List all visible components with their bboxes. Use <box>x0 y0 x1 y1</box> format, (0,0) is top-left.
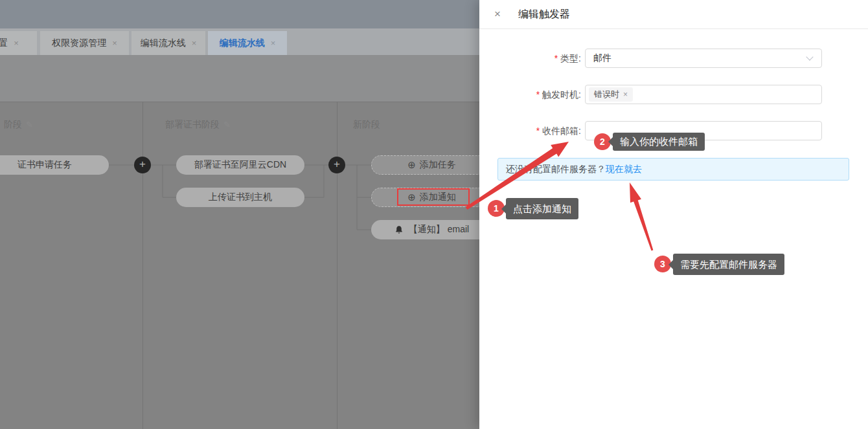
edit-stage-icon[interactable]: ✎ <box>223 120 231 129</box>
type-label-text: 类型: <box>560 53 581 63</box>
top-header-bar <box>0 0 479 28</box>
add-circle-icon: ⊕ <box>407 192 416 203</box>
close-icon[interactable]: × <box>494 8 501 21</box>
task-node-label: 上传证书到主机 <box>209 192 272 203</box>
chevron-down-icon <box>806 53 813 60</box>
task-node-label: 证书申请任务 <box>17 159 72 171</box>
app-root: 设置 × 权限资源管理 × 编辑流水线 × 编辑流水线 × <box>0 0 868 429</box>
stage-title-text: 阶段 <box>4 119 22 129</box>
mail-server-alert: 还没有配置邮件服务器？现在就去 <box>497 158 849 181</box>
add-task-button[interactable]: ⊕ 添加任务 <box>371 155 479 175</box>
required-mark: * <box>536 89 540 100</box>
add-notify-label: 添加通知 <box>420 192 456 203</box>
trigger-time-input[interactable]: 错误时 × <box>585 85 822 104</box>
recipient-label: *收件邮箱: <box>479 121 581 140</box>
required-mark: * <box>536 126 540 136</box>
stage-divider <box>337 102 337 429</box>
task-node-label: 部署证书至阿里云CDN <box>194 159 286 171</box>
alert-text: 还没有配置邮件服务器？ <box>506 164 606 174</box>
tab-label: 编辑流水线 <box>220 38 265 49</box>
trigger-time-label-text: 触发时机: <box>542 89 581 100</box>
edit-stage-icon[interactable]: ✎ <box>26 120 33 129</box>
stage-title-1: 阶段✎ <box>4 119 33 131</box>
tab-close-icon[interactable]: × <box>271 38 276 48</box>
drawer-title: 编辑触发器 <box>518 8 570 21</box>
recipient-label-text: 收件邮箱: <box>542 126 581 136</box>
tab-bar: 设置 × 权限资源管理 × 编辑流水线 × 编辑流水线 × <box>0 28 479 55</box>
task-node-cert-request[interactable]: 证书申请任务 <box>0 155 109 175</box>
trigger-time-tag: 错误时 × <box>589 87 633 102</box>
tab-label: 编辑流水线 <box>141 38 186 49</box>
required-mark: * <box>554 53 558 63</box>
tab-settings[interactable]: 设置 × <box>0 31 37 55</box>
step-tooltip-1: 点击添加通知 <box>506 198 578 219</box>
pipeline-canvas <box>0 102 479 429</box>
tag-close-icon[interactable]: × <box>623 90 628 99</box>
tab-label: 设置 <box>0 38 8 49</box>
stage-title-text: 部署证书阶段 <box>165 119 220 129</box>
tab-permission-resource[interactable]: 权限资源管理 × <box>40 31 129 55</box>
add-notify-button[interactable]: ⊕ 添加通知 <box>371 188 479 207</box>
drawer-header: × 编辑触发器 <box>479 0 868 29</box>
tab-close-icon[interactable]: × <box>14 38 19 48</box>
notify-email-label: 【通知】 email <box>409 224 469 236</box>
add-task-label: 添加任务 <box>420 159 456 171</box>
stage-divider <box>143 102 143 429</box>
stage-title-3: 新阶段 <box>353 119 380 131</box>
pipeline-workspace: 设置 × 权限资源管理 × 编辑流水线 × 编辑流水线 × <box>0 0 479 429</box>
stage-title-text: 新阶段 <box>353 119 380 129</box>
tab-edit-pipeline-2-active[interactable]: 编辑流水线 × <box>208 31 287 55</box>
step-tooltip-3: 需要先配置邮件服务器 <box>673 254 784 275</box>
add-stage-icon[interactable]: + <box>328 157 345 173</box>
notify-email-node[interactable]: 【通知】 email <box>371 220 479 239</box>
pipeline-toolbar-zone <box>0 55 479 102</box>
bell-icon <box>394 225 404 234</box>
stage-title-2: 部署证书阶段✎ <box>165 119 231 131</box>
tab-close-icon[interactable]: × <box>112 38 117 48</box>
configure-now-link[interactable]: 现在就去 <box>606 164 642 174</box>
tab-edit-pipeline-1[interactable]: 编辑流水线 × <box>131 31 205 55</box>
step-tooltip-2: 输入你的收件邮箱 <box>613 133 705 151</box>
task-node-deploy-cdn[interactable]: 部署证书至阿里云CDN <box>176 155 304 175</box>
add-stage-icon[interactable]: + <box>134 157 151 173</box>
task-node-upload-host[interactable]: 上传证书到主机 <box>176 188 304 207</box>
tab-label: 权限资源管理 <box>52 38 106 49</box>
type-select[interactable]: 邮件 <box>585 49 822 68</box>
type-select-value: 邮件 <box>586 52 807 64</box>
type-label: *类型: <box>479 49 581 68</box>
trigger-time-label: *触发时机: <box>479 85 581 104</box>
tag-label: 错误时 <box>594 89 619 100</box>
tab-close-icon[interactable]: × <box>192 38 197 48</box>
add-circle-icon: ⊕ <box>407 159 416 171</box>
